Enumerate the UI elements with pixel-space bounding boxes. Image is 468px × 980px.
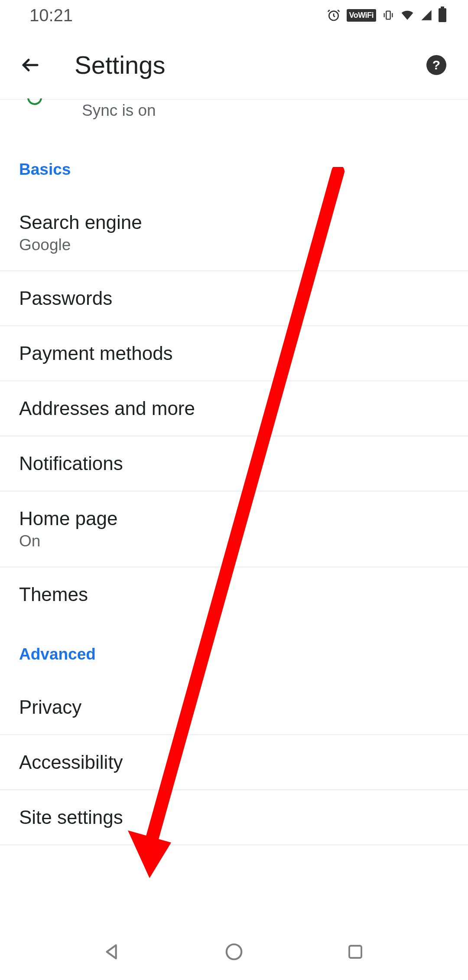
back-button[interactable] <box>17 52 43 78</box>
setting-item-site-settings[interactable]: Site settings <box>0 790 468 845</box>
nav-home-button[interactable] <box>223 941 245 963</box>
settings-content[interactable]: Sync is on Basics Search engine Google P… <box>0 100 468 845</box>
page-title: Settings <box>75 50 426 79</box>
status-time: 10:21 <box>29 6 73 25</box>
setting-item-payment-methods[interactable]: Payment methods <box>0 326 468 381</box>
app-header: Settings ? <box>0 30 468 100</box>
status-bar: 10:21 VoWiFi <box>0 0 468 30</box>
setting-title: Passwords <box>19 287 449 309</box>
setting-title: Search engine <box>19 212 449 233</box>
setting-item-search-engine[interactable]: Search engine Google <box>0 191 468 271</box>
section-title-basics: Basics <box>0 137 468 191</box>
nav-overview-button[interactable] <box>344 941 366 963</box>
setting-subtitle: Google <box>19 236 449 254</box>
setting-item-themes[interactable]: Themes <box>0 567 468 622</box>
svg-rect-1 <box>386 11 390 20</box>
wifi-icon <box>400 8 414 22</box>
svg-rect-7 <box>349 946 361 958</box>
setting-title: Home page <box>19 508 449 529</box>
setting-subtitle: On <box>19 532 449 550</box>
setting-item-notifications[interactable]: Notifications <box>0 436 468 491</box>
setting-item-passwords[interactable]: Passwords <box>0 271 468 326</box>
setting-item-addresses[interactable]: Addresses and more <box>0 381 468 436</box>
svg-marker-5 <box>107 945 116 959</box>
setting-item-privacy[interactable]: Privacy <box>0 676 468 735</box>
help-icon: ? <box>432 58 440 72</box>
help-button[interactable]: ? <box>426 55 446 75</box>
setting-item-accessibility[interactable]: Accessibility <box>0 735 468 790</box>
sync-subtitle: Sync is on <box>82 100 449 120</box>
arrow-back-icon <box>20 55 41 75</box>
vowifi-badge: VoWiFi <box>347 9 377 22</box>
section-title-advanced: Advanced <box>0 622 468 676</box>
setting-title: Payment methods <box>19 343 449 364</box>
nav-back-button[interactable] <box>102 941 124 963</box>
nav-overview-icon <box>346 943 364 961</box>
battery-icon <box>439 8 446 22</box>
setting-item-home-page[interactable]: Home page On <box>0 491 468 567</box>
sync-setting-item[interactable]: Sync is on <box>0 100 468 137</box>
navigation-bar <box>0 924 468 980</box>
setting-title: Notifications <box>19 453 449 474</box>
setting-title: Privacy <box>19 696 449 718</box>
nav-back-icon <box>103 942 123 962</box>
sync-icon <box>26 98 43 107</box>
status-icons: VoWiFi <box>327 8 447 22</box>
nav-home-icon <box>224 942 244 962</box>
vibrate-icon <box>382 9 394 21</box>
signal-icon <box>420 9 432 21</box>
svg-point-6 <box>227 944 242 960</box>
setting-title: Site settings <box>19 807 449 828</box>
setting-title: Themes <box>19 584 449 605</box>
alarm-icon <box>327 8 341 22</box>
setting-title: Addresses and more <box>19 398 449 419</box>
setting-title: Accessibility <box>19 751 449 773</box>
